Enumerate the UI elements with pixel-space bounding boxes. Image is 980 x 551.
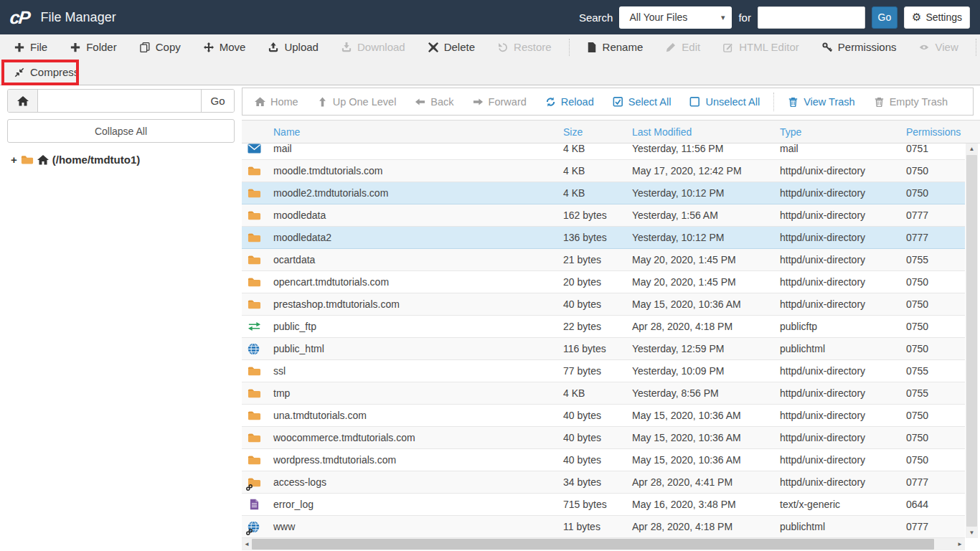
cell-modified: Yesterday, 10:09 PM xyxy=(629,365,777,377)
table-row[interactable]: public_ftp22 bytesApr 28, 2020, 4:18 PMp… xyxy=(242,316,965,338)
cell-perms: 0755 xyxy=(903,387,965,399)
toolbar-button-label: Move xyxy=(220,41,246,53)
path-go-button[interactable]: Go xyxy=(201,90,234,112)
column-header-type[interactable]: Type xyxy=(777,126,903,138)
search-for-label: for xyxy=(738,11,751,24)
toolbar-button-compress[interactable]: Compress xyxy=(6,62,87,83)
cell-size: 4 KB xyxy=(560,387,629,399)
settings-button[interactable]: ⚙ Settings xyxy=(904,6,970,29)
table-body: mail4 KBYesterday, 11:56 PMmail0751moodl… xyxy=(242,143,980,538)
cell-name: moodle.tmdtutorials.com xyxy=(270,165,560,176)
scroll-down-arrow[interactable]: ▼ xyxy=(966,527,978,538)
table-row[interactable]: www11 bytesApr 28, 2020, 4:18 PMpublicht… xyxy=(242,516,965,538)
scroll-right-arrow[interactable]: ► xyxy=(955,538,965,550)
vertical-scroll-thumb[interactable] xyxy=(966,155,977,527)
toolbar-button-view[interactable]: View xyxy=(911,37,966,58)
toolbar-button-html-editor[interactable]: HTML Editor xyxy=(715,37,807,58)
nav-button-up-one-level[interactable]: Up One Level xyxy=(308,96,406,108)
toolbar-button-label: Copy xyxy=(156,41,181,53)
toolbar-button-copy[interactable]: Copy xyxy=(132,37,189,58)
toolbar-button-label: Folder xyxy=(86,41,117,53)
table-row[interactable]: ssl77 bytesYesterday, 10:09 PMhttpd/unix… xyxy=(242,360,965,382)
cell-size: 40 bytes xyxy=(560,298,629,310)
toolbar-button-upload[interactable]: Upload xyxy=(260,37,326,58)
path-input[interactable] xyxy=(38,90,201,112)
home-icon xyxy=(37,155,49,165)
home-icon xyxy=(17,96,29,106)
toolbar-button-rename[interactable]: Rename xyxy=(579,37,651,58)
cell-modified: Yesterday, 8:56 PM xyxy=(629,387,777,399)
nav-button-select-all[interactable]: Select All xyxy=(603,96,681,108)
tree-item-label: (/home/tmdtuto1) xyxy=(52,154,140,166)
table-row[interactable]: moodle2.tmdtutorials.com4 KBYesterday, 1… xyxy=(242,182,965,204)
nav-button-unselect-all[interactable]: Unselect All xyxy=(680,96,769,108)
table-row[interactable]: tmp4 KBYesterday, 8:56 PMhttpd/unix-dire… xyxy=(242,382,965,405)
nav-button-home[interactable]: Home xyxy=(245,96,308,108)
table-row[interactable]: wordpress.tmdtutorials.com40 bytesMay 15… xyxy=(242,449,965,471)
table-row[interactable]: una.tmdtutorials.com40 bytesMay 15, 2020… xyxy=(242,405,965,427)
toolbar-button-file[interactable]: File xyxy=(6,37,55,58)
table-row[interactable]: opencart.tmdtutorials.com20 bytesMay 20,… xyxy=(242,271,965,293)
toolbar-button-delete[interactable]: Delete xyxy=(420,37,483,58)
cell-size: 21 bytes xyxy=(560,254,629,265)
table-row[interactable]: access-logs34 bytesApr 28, 2020, 4:41 PM… xyxy=(242,471,965,494)
cell-perms: 0755 xyxy=(903,365,965,377)
nav-button-view-trash[interactable]: View Trash xyxy=(778,96,864,108)
search-go-button[interactable]: Go xyxy=(872,6,897,29)
main-area: Go Collapse All + (/home/tmdtuto1) HomeU… xyxy=(0,85,980,551)
file-manager-app: cP File Manager Search All Your Files ▾ … xyxy=(0,0,980,551)
vertical-scrollbar[interactable]: ▲ ▼ xyxy=(966,143,978,538)
collapse-all-button[interactable]: Collapse All xyxy=(7,119,235,143)
toolbar-button-folder[interactable]: Folder xyxy=(62,37,125,58)
scroll-left-arrow[interactable]: ◄ xyxy=(242,538,252,550)
cell-type: httpd/unix-directory xyxy=(777,476,903,488)
cell-perms: 0750 xyxy=(903,432,965,443)
cell-type: httpd/unix-directory xyxy=(777,232,903,243)
cell-modified: Yesterday, 10:12 PM xyxy=(629,187,777,199)
nav-button-empty-trash[interactable]: Empty Trash xyxy=(864,96,957,108)
horizontal-scroll-thumb[interactable] xyxy=(252,539,934,550)
table-row[interactable]: public_html116 bytesYesterday, 12:59 PMp… xyxy=(242,338,965,360)
toolbar-button-label: Edit xyxy=(682,41,700,53)
nav-button-forward[interactable]: Forward xyxy=(463,96,536,108)
toolbar-button-move[interactable]: Move xyxy=(196,37,254,58)
nav-button-reload[interactable]: Reload xyxy=(536,96,603,108)
cell-size: 4 KB xyxy=(560,187,629,199)
scroll-up-arrow[interactable]: ▲ xyxy=(966,143,978,154)
toolbar-button-edit[interactable]: Edit xyxy=(658,37,708,58)
toolbar-button-label: Download xyxy=(357,41,405,53)
table-row[interactable]: ocartdata21 bytesMay 20, 2020, 1:45 PMht… xyxy=(242,249,965,271)
toolbar-button-permissions[interactable]: Permissions xyxy=(814,37,905,58)
cell-perms: 0777 xyxy=(903,476,965,488)
cell-name: ssl xyxy=(270,365,560,377)
horizontal-scrollbar[interactable]: ◄ ► xyxy=(242,538,965,550)
cell-name: public_html xyxy=(270,343,560,354)
column-header-last-modified[interactable]: Last Modified xyxy=(629,126,777,138)
cell-size: 136 bytes xyxy=(560,232,629,243)
toolbar-button-label: File xyxy=(30,41,47,53)
cell-size: 77 bytes xyxy=(560,365,629,377)
tree-expand-icon[interactable]: + xyxy=(11,154,17,166)
cell-size: 715 bytes xyxy=(560,499,629,510)
table-row[interactable]: moodledata2136 bytesYesterday, 10:12 PMh… xyxy=(242,227,965,249)
folder-icon xyxy=(248,432,261,443)
table-row[interactable]: mail4 KBYesterday, 11:56 PMmail0751 xyxy=(242,143,965,160)
column-header-name[interactable]: Name xyxy=(270,126,560,138)
table-row[interactable]: moodle.tmdtutorials.com4 KBMay 17, 2020,… xyxy=(242,160,965,182)
nav-button-back[interactable]: Back xyxy=(405,96,463,108)
table-row[interactable]: prestashop.tmdtutorials.com40 bytesMay 1… xyxy=(242,293,965,316)
table-row[interactable]: moodledata162 bytesYesterday, 1:56 AMhtt… xyxy=(242,204,965,227)
table-row[interactable]: error_log715 bytesMay 16, 2020, 3:48 PMt… xyxy=(242,494,965,516)
column-header-permissions[interactable]: Permissions xyxy=(903,126,980,138)
search-scope-select[interactable]: All Your Files ▾ xyxy=(619,6,732,29)
search-input[interactable] xyxy=(758,6,865,29)
column-header-size[interactable]: Size xyxy=(560,126,629,138)
table-row[interactable]: woocommerce.tmdtutorials.com40 bytesMay … xyxy=(242,427,965,449)
sidebar-tree-item-home[interactable]: + (/home/tmdtuto1) xyxy=(7,154,235,166)
symlink-icon xyxy=(246,529,253,535)
sidebar-home-button[interactable] xyxy=(8,90,38,112)
toolbar-button-download[interactable]: Download xyxy=(334,37,413,58)
cell-modified: Yesterday, 12:59 PM xyxy=(629,343,777,354)
folder-icon xyxy=(248,298,261,310)
toolbar-button-restore[interactable]: Restore xyxy=(490,37,560,58)
